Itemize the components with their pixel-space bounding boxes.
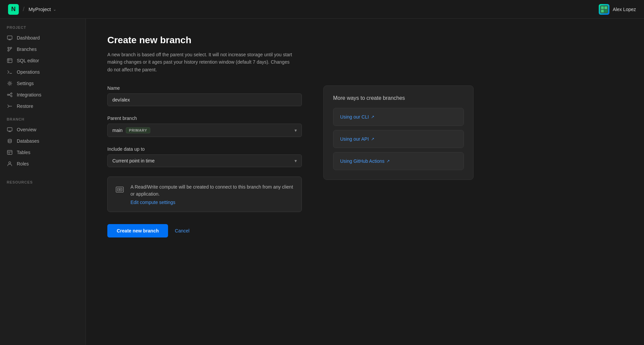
edit-compute-link[interactable]: Edit compute settings [130,200,175,205]
svg-point-18 [11,95,12,97]
sidebar-item-label: SQL editor [17,58,39,63]
topbar-separator: / [23,6,24,13]
main-layout: PROJECT Dashboard B [0,19,644,345]
svg-line-19 [9,94,11,95]
svg-point-15 [9,83,11,84]
branch-section-label: BRANCH [0,117,86,121]
sidebar-item-operations[interactable]: Operations [0,66,86,78]
project-chevron-icon: ⌄ [53,7,56,12]
sidebar-item-dashboard[interactable]: Dashboard [0,32,86,44]
sidebar-item-label: Databases [17,138,39,144]
include-data-select[interactable]: Current point in time ▾ [107,154,302,167]
table-icon [7,149,13,155]
svg-point-28 [9,162,11,164]
sidebar-item-settings[interactable]: Settings [0,78,86,89]
select-left: main PRIMARY [112,127,150,133]
github-link[interactable]: Using GitHub Actions ↗ [340,158,457,164]
create-new-branch-button[interactable]: Create new branch [107,224,168,237]
topbar-left: N / MyProject ⌄ [8,4,56,15]
svg-rect-11 [7,59,12,63]
page-title: Create new branch [107,35,623,46]
compute-icon [114,184,125,195]
sidebar-item-label: Overview [17,127,36,132]
sidebar-item-overview[interactable]: Overview [0,124,86,135]
gear-icon [7,80,13,86]
sidebar-item-branches[interactable]: Branches [0,44,86,55]
sql-icon [7,58,13,64]
database-icon [7,138,13,144]
parent-branch-group: Parent branch main PRIMARY ▾ [107,116,302,137]
form-actions: Create new branch Cancel [107,224,302,237]
page-description: A new branch is based off the parent you… [107,51,295,73]
include-data-value: Current point in time [112,158,155,163]
include-data-label: Include data up to [107,146,302,152]
monitor-icon [7,35,13,41]
svg-rect-5 [7,36,12,39]
compute-notice: A Read/Write compute will be created to … [107,177,302,212]
topbar-project[interactable]: MyProject ⌄ [29,6,56,12]
monitor-icon [7,127,13,133]
sidebar-item-label: Roles [17,161,29,166]
parent-branch-label: Parent branch [107,116,302,121]
svg-rect-1 [601,6,604,9]
external-link-icon: ↗ [371,137,374,141]
compute-notice-text: A Read/Write compute will be created to … [130,184,295,198]
more-ways-sidebar: More ways to create branches Using our C… [313,85,474,180]
svg-point-24 [8,139,11,141]
branch-name-input[interactable] [107,93,302,106]
parent-branch-select[interactable]: main PRIMARY ▾ [107,124,302,137]
external-link-icon: ↗ [371,115,374,119]
name-field-group: Name [107,85,302,106]
svg-rect-2 [604,6,607,9]
external-link-icon: ↗ [386,159,390,163]
sidebar-item-tables[interactable]: Tables [0,147,86,158]
github-link-text: Using GitHub Actions [340,158,384,164]
include-data-group: Include data up to Current point in time… [107,146,302,167]
svg-line-20 [9,95,11,96]
restore-icon [7,103,13,109]
cli-link[interactable]: Using our CLI ↗ [340,114,457,120]
chevron-down-icon: ▾ [294,158,297,163]
sidebar-item-roles[interactable]: Roles [0,158,86,169]
roles-icon [7,161,13,167]
more-ways-box: More ways to create branches Using our C… [323,85,474,180]
project-name: MyProject [29,6,51,12]
main-content: Create new branch A new branch is based … [86,19,644,345]
sidebar-item-label: Restore [17,104,33,109]
cancel-button[interactable]: Cancel [175,224,190,237]
svg-point-16 [7,94,9,95]
parent-branch-value: main [112,128,122,133]
sidebar-item-label: Settings [17,81,34,86]
sidebar-item-databases[interactable]: Databases [0,135,86,147]
branch-icon [7,46,13,52]
sidebar-item-integrations[interactable]: Integrations [0,89,86,100]
svg-point-8 [8,47,9,49]
avatar [599,4,609,15]
more-ways-github[interactable]: Using GitHub Actions ↗ [333,152,464,170]
sidebar-item-label: Dashboard [17,35,40,41]
cli-link-text: Using our CLI [340,114,369,120]
primary-badge: PRIMARY [126,127,150,133]
api-link[interactable]: Using our API ↗ [340,136,457,142]
project-section-label: PROJECT [0,25,86,29]
sidebar-item-sql-editor[interactable]: SQL editor [0,55,86,66]
sidebar: PROJECT Dashboard B [0,19,86,345]
more-ways-api[interactable]: Using our API ↗ [333,130,464,148]
sidebar-item-label: Tables [17,150,30,155]
chevron-down-icon: ▾ [294,128,297,133]
sidebar-item-label: Operations [17,69,40,75]
svg-rect-4 [604,10,607,12]
svg-rect-3 [601,10,604,12]
more-ways-cli[interactable]: Using our CLI ↗ [333,108,464,126]
topbar-user: Alex Lopez [599,4,636,15]
logo-icon: N [8,4,19,15]
sidebar-item-restore[interactable]: Restore [0,100,86,112]
svg-point-17 [11,93,12,94]
sidebar-item-label: Branches [17,47,37,52]
form-area: Name Parent branch main PRIMARY ▾ [107,85,623,237]
svg-rect-21 [7,128,12,131]
name-label: Name [107,85,302,91]
sidebar-item-label: Integrations [17,92,41,97]
more-ways-title: More ways to create branches [333,95,464,101]
user-name: Alex Lopez [613,7,636,12]
